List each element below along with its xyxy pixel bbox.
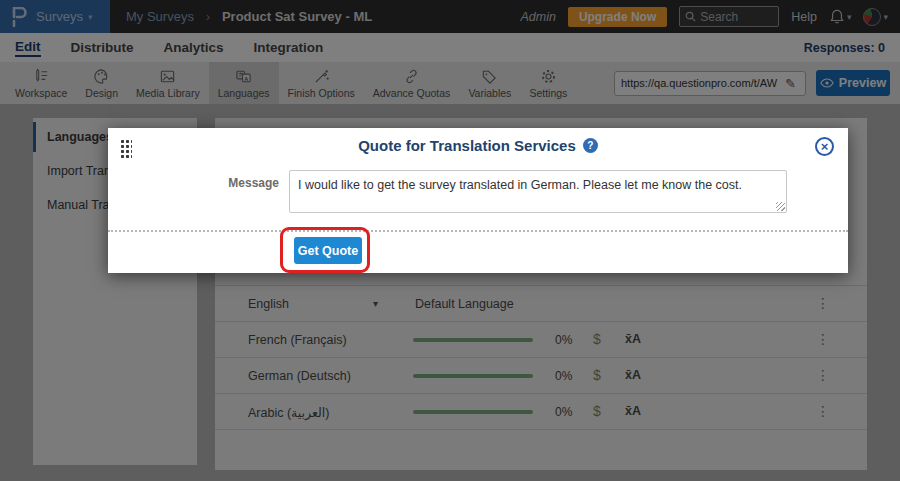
message-label: Message [219, 176, 279, 190]
quote-translation-modal: Quote for Translation Services ? × Messa… [108, 128, 848, 273]
close-icon[interactable]: × [815, 137, 834, 156]
modal-title: Quote for Translation Services [358, 137, 576, 154]
message-textarea[interactable]: I would like to get the survey translate… [289, 170, 787, 213]
app-window: Surveys ▾ My Surveys › Product Sat Surve… [0, 0, 900, 481]
modal-header: Quote for Translation Services ? × [108, 128, 848, 162]
help-icon[interactable]: ? [583, 138, 598, 153]
get-quote-button[interactable]: Get Quote [294, 237, 362, 264]
modal-footer-divider [108, 230, 848, 232]
